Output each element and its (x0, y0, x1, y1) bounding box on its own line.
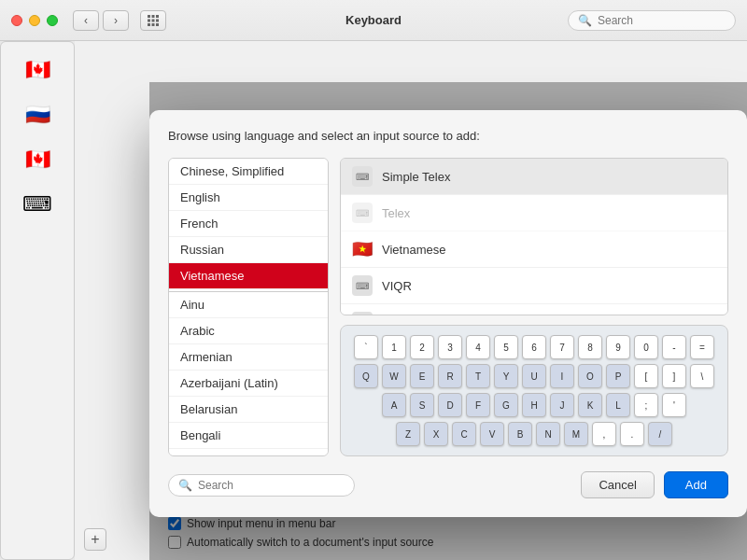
kb-key-backslash[interactable]: \ (690, 364, 714, 388)
kb-key-x[interactable]: X (424, 422, 448, 446)
kb-key-backtick[interactable]: ` (354, 335, 378, 359)
kb-key-t[interactable]: T (466, 364, 490, 388)
kb-key-v[interactable]: V (480, 422, 504, 446)
kb-key-4[interactable]: 4 (466, 335, 490, 359)
source-simple-telex[interactable]: ⌨ Simple Telex (341, 159, 727, 195)
kb-key-q[interactable]: Q (354, 364, 378, 388)
source-vni[interactable]: ⌨ VNI (341, 304, 727, 315)
kb-key-f[interactable]: F (466, 393, 490, 417)
add-button[interactable]: Add (664, 471, 728, 498)
source-icon-telex: ⌨ (352, 203, 373, 223)
kb-key-semicolon[interactable]: ; (634, 393, 658, 417)
kb-key-b[interactable]: B (508, 422, 532, 446)
kb-key-w[interactable]: W (382, 364, 406, 388)
close-button[interactable] (11, 15, 22, 26)
kb-row-4: Z X C V B N M , . / (354, 422, 714, 446)
minimize-button[interactable] (29, 15, 40, 26)
grid-button[interactable] (140, 10, 166, 31)
lang-belarusian[interactable]: Belarusian (169, 397, 328, 423)
lang-russian[interactable]: Russian (169, 237, 328, 263)
lang-chinese-simplified[interactable]: Chinese, Simplified (169, 159, 328, 185)
lang-azerbaijani[interactable]: Azerbaijani (Latin) (169, 371, 328, 397)
kb-key-7[interactable]: 7 (550, 335, 574, 359)
sidebar-item-3[interactable]: ⌨ (9, 184, 65, 225)
lang-bulgarian[interactable]: Bulgarian (169, 449, 328, 456)
kb-key-period[interactable]: . (620, 422, 644, 446)
forward-button[interactable]: › (103, 10, 129, 31)
svg-rect-0 (148, 15, 150, 18)
svg-rect-4 (152, 19, 155, 21)
sidebar-item-0[interactable]: 🇨🇦 (9, 49, 65, 91)
kb-key-k[interactable]: K (578, 393, 602, 417)
sidebar-item-2[interactable]: 🇨🇦 (9, 139, 65, 180)
source-label-telex: Telex (382, 206, 410, 220)
kb-key-c[interactable]: C (452, 422, 476, 446)
kb-row-2: Q W E R T Y U I O P [ ] (354, 364, 714, 388)
source-label-vietnamese: Vietnamese (382, 243, 445, 257)
kb-key-e[interactable]: E (410, 364, 434, 388)
kb-key-g[interactable]: G (494, 393, 518, 417)
keyboard-icon: ⌨ (22, 192, 52, 217)
kb-key-n[interactable]: N (536, 422, 560, 446)
lang-armenian[interactable]: Armenian (169, 344, 328, 371)
kb-key-r[interactable]: R (438, 364, 462, 388)
kb-key-3[interactable]: 3 (438, 335, 462, 359)
lang-bengali[interactable]: Bengali (169, 423, 328, 449)
kb-key-i[interactable]: I (550, 364, 574, 388)
kb-key-1[interactable]: 1 (382, 335, 406, 359)
svg-rect-6 (148, 23, 150, 26)
kb-key-quote[interactable]: ' (662, 393, 686, 417)
kb-key-2[interactable]: 2 (410, 335, 434, 359)
kb-key-l[interactable]: L (606, 393, 630, 417)
kb-key-y[interactable]: Y (494, 364, 518, 388)
kb-key-slash[interactable]: / (648, 422, 672, 446)
kb-key-j[interactable]: J (550, 393, 574, 417)
lang-ainu[interactable]: Ainu (169, 291, 328, 318)
dialog: Browse using language and select an inpu… (149, 110, 747, 517)
kb-key-d[interactable]: D (438, 393, 462, 417)
kb-key-m[interactable]: M (564, 422, 588, 446)
source-icon-vni: ⌨ (352, 312, 373, 315)
title-search-input[interactable] (598, 14, 719, 27)
kb-key-comma[interactable]: , (592, 422, 616, 446)
sidebar-item-1[interactable]: 🇷🇺 (9, 94, 65, 135)
kb-key-8[interactable]: 8 (578, 335, 602, 359)
lang-arabic[interactable]: Arabic (169, 318, 328, 344)
kb-key-o[interactable]: O (578, 364, 602, 388)
kb-key-u[interactable]: U (522, 364, 546, 388)
flag-vn-icon: 🇻🇳 (352, 239, 373, 259)
dialog-buttons: Cancel Add (581, 471, 728, 498)
kb-key-s[interactable]: S (410, 393, 434, 417)
language-list[interactable]: Chinese, Simplified English French Russi… (168, 158, 329, 456)
kb-key-rbracket[interactable]: ] (662, 364, 686, 388)
flag-ca-icon: 🇨🇦 (25, 58, 50, 82)
kb-key-equals[interactable]: = (690, 335, 714, 359)
kb-key-minus[interactable]: - (662, 335, 686, 359)
kb-key-p[interactable]: P (606, 364, 630, 388)
add-circle-button[interactable]: + (84, 528, 106, 551)
kb-key-5[interactable]: 5 (494, 335, 518, 359)
lang-vietnamese[interactable]: Vietnamese (169, 263, 328, 289)
sidebar-panel: 🇨🇦 🇷🇺 🇨🇦 ⌨ (0, 41, 75, 560)
kb-key-z[interactable]: Z (396, 422, 420, 446)
dialog-overlay: Browse using language and select an inpu… (149, 82, 747, 560)
dialog-search-bar[interactable]: 🔍 (168, 474, 355, 497)
kb-key-a[interactable]: A (382, 393, 406, 417)
title-search-bar[interactable]: 🔍 (568, 10, 736, 31)
traffic-lights (11, 15, 58, 26)
lang-english[interactable]: English (169, 185, 328, 211)
lang-french[interactable]: French (169, 211, 328, 237)
cancel-button[interactable]: Cancel (581, 471, 654, 498)
back-button[interactable]: ‹ (73, 10, 99, 31)
maximize-button[interactable] (47, 15, 58, 26)
kb-key-6[interactable]: 6 (522, 335, 546, 359)
kb-key-h[interactable]: H (522, 393, 546, 417)
svg-rect-1 (152, 15, 155, 18)
kb-key-0[interactable]: 0 (634, 335, 658, 359)
source-viqr[interactable]: ⌨ VIQR (341, 268, 727, 304)
dialog-search-input[interactable] (198, 479, 329, 492)
source-vietnamese[interactable]: 🇻🇳 Vietnamese (341, 231, 727, 268)
input-source-list[interactable]: ⌨ Simple Telex ⌨ Telex 🇻🇳 Vietnamese (340, 158, 728, 315)
kb-key-lbracket[interactable]: [ (634, 364, 658, 388)
kb-key-9[interactable]: 9 (606, 335, 630, 359)
